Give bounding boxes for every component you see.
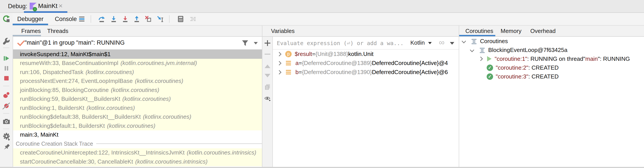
evaluate-expression-input[interactable]	[276, 38, 406, 48]
add-watch-button[interactable]	[264, 40, 271, 46]
layout-settings-button[interactable]	[188, 14, 198, 24]
frame-row[interactable]: runBlocking$default:38, BuildersKt__Buil…	[13, 112, 262, 122]
frame-row[interactable]: invokeSuspend:12, MainKt$main$1	[13, 50, 262, 59]
toolbar-separator	[3, 113, 9, 114]
resume-icon	[2, 54, 11, 63]
pin-icon	[2, 143, 11, 151]
variable-value: DeferredCoroutine{Active}@6	[372, 69, 448, 76]
frame-row[interactable]: runBlocking$default:1, BuildersKt (kotli…	[13, 121, 262, 130]
coroutines-tree: Coroutines BlockingEventLoop@7f63425a "c…	[459, 37, 644, 167]
expand-chevron-icon[interactable]	[277, 52, 282, 56]
collapse-chevron-icon[interactable]	[470, 48, 474, 52]
thread-dump-button[interactable]	[2, 117, 11, 126]
run-tab-title[interactable]: MainKt	[38, 0, 58, 12]
variable-value: DeferredCoroutine{Active}@4	[372, 60, 448, 67]
step-out-button[interactable]	[132, 14, 142, 24]
language-label: Kotlin	[410, 39, 425, 46]
frame-location: run:106, DispatchedTask	[20, 69, 83, 76]
coroutine-name: "coroutine:2"	[496, 64, 528, 71]
coroutine-name: "coroutine:3"	[496, 73, 528, 80]
frame-location: main:3, MainKt	[20, 131, 58, 138]
tree-row-event-loop[interactable]: BlockingEventLoop@7f63425a	[459, 46, 644, 54]
tab-debugger[interactable]: Debugger	[13, 13, 48, 25]
thread-selector[interactable]: "main"@1 in group "main": RUNNING	[13, 37, 262, 50]
tab-threads[interactable]: Threads	[47, 26, 68, 36]
show-execution-point-button[interactable]	[77, 14, 87, 24]
frame-package: (kotlinx.coroutines.intrinsics)	[135, 158, 208, 165]
frame-row[interactable]: startCoroutineCancellable:30, Cancellabl…	[13, 157, 262, 166]
frame-package: (kotlinx.coroutines)	[135, 78, 183, 84]
frame-row[interactable]: joinBlocking:85, BlockingCoroutine (kotl…	[13, 85, 262, 95]
pin-tab-button[interactable]	[2, 143, 11, 152]
infinity-icon: ∞	[439, 37, 444, 49]
variable-icon	[286, 70, 291, 71]
frame-row[interactable]: processNextEvent:274, EventLoopImplBase …	[13, 77, 262, 86]
frame-row[interactable]: createCoroutineUnintercepted:122, Intrin…	[13, 148, 262, 157]
equals-sign: =	[298, 60, 302, 67]
language-selector[interactable]: Kotlin	[410, 37, 432, 49]
eye-icon	[264, 95, 271, 102]
toolbar-separator	[169, 15, 170, 23]
tree-node-label: BlockingEventLoop@7f63425a	[488, 47, 567, 54]
collapse-chevron-icon[interactable]	[462, 39, 466, 43]
frame-row[interactable]: runBlocking:1, BuildersKt (kotlinx.corou…	[13, 103, 262, 112]
camera-icon	[2, 117, 11, 126]
tab-frames[interactable]: Frames	[21, 26, 41, 36]
move-watch-up-button[interactable]	[264, 63, 271, 70]
tree-row-coroutine-2[interactable]: ✓ "coroutine:2" : CREATED	[459, 63, 644, 72]
pause-button[interactable]	[2, 64, 11, 73]
variable-row[interactable]: a = {DeferredCoroutine@1389} DeferredCor…	[273, 59, 459, 68]
tab-overhead[interactable]: Overhead	[530, 26, 556, 36]
run-tab-mainkt[interactable]: MainKt ×	[24, 0, 68, 12]
duplicate-watch-button[interactable]	[264, 84, 271, 90]
tab-coroutines[interactable]: Coroutines	[466, 26, 493, 36]
expand-chevron-icon[interactable]	[277, 61, 282, 66]
variable-row[interactable]: b = {DeferredCoroutine@1390} DeferredCor…	[273, 68, 459, 77]
remove-watch-button[interactable]	[264, 51, 271, 58]
frame-row[interactable]: main:3, MainKt	[13, 130, 262, 140]
panel-headers-row: Frames Threads Variables Coroutines Memo…	[13, 26, 644, 37]
tree-row-coroutines-root[interactable]: Coroutines	[459, 37, 644, 46]
mute-breakpoints-button[interactable]	[2, 101, 11, 110]
expand-chevron-icon[interactable]	[277, 70, 282, 75]
resume-button[interactable]	[2, 54, 11, 63]
rerun-button[interactable]	[2, 15, 11, 23]
tree-row-coroutine-3[interactable]: ✓ "coroutine:3" : CREATED	[459, 72, 644, 81]
gear-icon	[2, 132, 11, 141]
close-icon[interactable]: ×	[58, 0, 63, 12]
run-to-cursor-button[interactable]	[155, 14, 165, 24]
expand-chevron-icon[interactable]	[478, 57, 483, 61]
threads-icon	[479, 47, 486, 53]
expand-editor-icon[interactable]	[450, 42, 454, 45]
run-to-cursor-icon	[156, 15, 164, 23]
step-out-icon	[133, 15, 140, 23]
filter-icon[interactable]	[241, 39, 249, 47]
coroutine-state: : CREATED	[528, 64, 559, 71]
frame-row[interactable]: run:106, DispatchedTask (kotlinx.corouti…	[13, 68, 262, 77]
move-watch-down-button[interactable]	[264, 72, 271, 79]
chevron-down-icon[interactable]	[254, 42, 258, 44]
frame-row[interactable]: resumeWith:33, BaseContinuationImpl (kot…	[13, 59, 262, 68]
view-breakpoints-button[interactable]	[2, 91, 11, 99]
arrow-up-icon	[264, 65, 270, 68]
tab-memory[interactable]: Memory	[500, 26, 522, 36]
frame-package: (kotlin.coroutines.jvm.internal)	[120, 60, 197, 67]
step-over-button[interactable]	[96, 14, 107, 24]
stop-button[interactable]	[2, 74, 11, 83]
toolbar-separator	[91, 15, 91, 23]
watch-options-button[interactable]	[264, 95, 271, 102]
drop-frame-button[interactable]	[143, 14, 153, 24]
layout-settings-icon	[189, 15, 197, 23]
tree-row-coroutine-1[interactable]: "coroutine:1" : RUNNING on thread " main…	[459, 54, 644, 63]
variable-row[interactable]: p $result = {Unit@1388} kotlin.Unit	[273, 50, 459, 59]
force-step-into-button[interactable]	[120, 14, 130, 24]
frame-location: startCoroutineCancellable:30, Cancellabl…	[20, 158, 133, 165]
frame-location: joinBlocking:85, BlockingCoroutine	[20, 87, 108, 93]
settings-button[interactable]	[2, 132, 11, 141]
separator-line	[96, 144, 262, 144]
tab-console-label: Console	[55, 16, 77, 22]
wrench-button[interactable]	[2, 38, 11, 46]
evaluate-expression-button[interactable]	[176, 14, 186, 24]
step-into-button[interactable]	[108, 14, 119, 24]
frame-row[interactable]: runBlocking:59, BuildersKt__BuildersKt (…	[13, 95, 262, 104]
